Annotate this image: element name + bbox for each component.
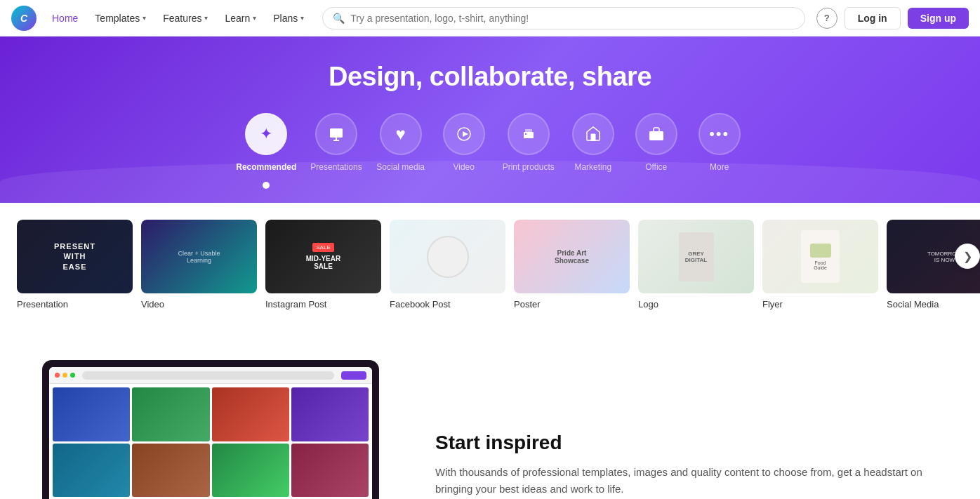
features-caret-icon: ▾ [204,14,208,22]
template-img-instagram: SALE MID-YEARSALE [265,220,381,293]
template-label-video: Video [141,299,257,310]
template-label-flyer: Flyer [762,299,878,310]
nav-links: Home Templates ▾ Features ▾ Learn ▾ Plan… [45,8,311,28]
template-label-instagram: Instagram Post [265,299,381,310]
template-label-facebook: Facebook Post [390,299,505,310]
learn-caret-icon: ▾ [253,14,256,22]
category-video[interactable]: Video [439,113,489,189]
category-marketing[interactable]: Marketing [569,113,618,189]
mock-address-bar [82,371,334,380]
print-products-label: Print products [503,162,555,172]
template-card-video[interactable]: Clear + UsableLearning Video [141,220,257,310]
mock-max-btn [70,373,75,378]
social-media-label: Social media [376,162,425,172]
search-input[interactable] [350,13,794,24]
templates-scroll[interactable]: PRESENTWITHEASE Presentation Clear + Usa… [0,220,980,310]
login-button[interactable]: Log in [845,7,901,29]
marketing-icon [572,113,614,155]
brand-logo[interactable]: C [11,6,37,31]
template-img-logo: GREYDIGITAL [638,220,754,293]
inspired-text: Start inspired With thousands of profess… [435,432,938,498]
template-card-logo[interactable]: GREYDIGITAL Logo [638,220,754,310]
template-label-poster: Poster [514,299,630,310]
plans-caret-icon: ▾ [300,14,304,22]
template-card-instagram[interactable]: SALE MID-YEARSALE Instagram Post [265,220,381,310]
mock-close-btn [55,373,60,378]
category-social-media[interactable]: ♥ Social media [376,113,425,189]
category-icons: ✦ Recommended Presentations ♥ Social med… [0,113,980,203]
signup-button[interactable]: Sign up [908,8,969,29]
inspired-title: Start inspired [435,432,938,454]
presentations-label: Presentations [310,162,362,172]
search-icon: 🔍 [333,13,345,24]
svg-rect-0 [330,128,343,138]
recommended-label: Recommended [236,162,296,172]
recommended-icon: ✦ [245,113,287,155]
templates-section: PRESENTWITHEASE Presentation Clear + Usa… [0,203,980,332]
scroll-right-arrow[interactable]: ❯ [955,244,980,269]
logo-text: C [20,13,27,24]
nav-templates[interactable]: Templates ▾ [88,8,153,28]
active-indicator [263,182,270,189]
template-label-presentation: Presentation [17,299,133,310]
mock-min-btn [62,373,67,378]
template-img-presentation: PRESENTWITHEASE [17,220,133,293]
template-img-flyer: FoodGuide [762,220,878,293]
nav-learn[interactable]: Learn ▾ [218,8,263,28]
template-img-facebook [390,220,505,293]
video-label: Video [453,162,474,172]
svg-rect-7 [525,135,532,138]
hero-section: Design, collaborate, share ✦ Recommended… [0,36,980,203]
inspired-laptop-image [42,360,393,499]
presentations-icon [315,113,357,155]
category-more[interactable]: ••• More [695,113,744,189]
mock-action-btn [341,371,366,380]
templates-wrapper: PRESENTWITHEASE Presentation Clear + Usa… [0,220,980,310]
nav-right: ? Log in Sign up [816,7,969,29]
category-recommended[interactable]: ✦ Recommended [236,113,296,189]
template-card-poster[interactable]: Pride ArtShowcase Poster [514,220,630,310]
office-icon [635,113,677,155]
template-img-poster: Pride ArtShowcase [514,220,630,293]
templates-caret-icon: ▾ [143,14,146,22]
marketing-label: Marketing [574,162,611,172]
more-icon: ••• [698,113,741,155]
search-bar: 🔍 [322,7,804,29]
video-icon [443,113,485,155]
template-label-social: Social Media [887,299,980,310]
social-media-icon: ♥ [380,113,422,155]
inspired-section: Start inspired With thousands of profess… [0,332,980,499]
template-img-video: Clear + UsableLearning [141,220,257,293]
hero-title: Design, collaborate, share [0,62,980,92]
nav-home[interactable]: Home [45,8,85,28]
navbar: C Home Templates ▾ Features ▾ Learn ▾ Pl… [0,0,980,36]
nav-features[interactable]: Features ▾ [156,8,215,28]
svg-rect-9 [649,131,663,140]
office-label: Office [645,162,667,172]
category-presentations[interactable]: Presentations [310,113,362,189]
more-label: More [710,162,729,172]
template-card-flyer[interactable]: FoodGuide Flyer [762,220,878,310]
help-button[interactable]: ? [816,8,837,29]
template-card-facebook[interactable]: Facebook Post [390,220,505,310]
inspired-description: With thousands of professional templates… [435,464,938,498]
category-print-products[interactable]: Print products [503,113,555,189]
template-card-presentation[interactable]: PRESENTWITHEASE Presentation [17,220,133,310]
svg-rect-6 [525,129,532,133]
svg-point-8 [525,133,527,135]
template-label-logo: Logo [638,299,754,310]
svg-marker-4 [463,131,468,137]
print-products-icon [508,113,550,155]
category-office[interactable]: Office [632,113,681,189]
nav-plans[interactable]: Plans ▾ [266,8,311,28]
